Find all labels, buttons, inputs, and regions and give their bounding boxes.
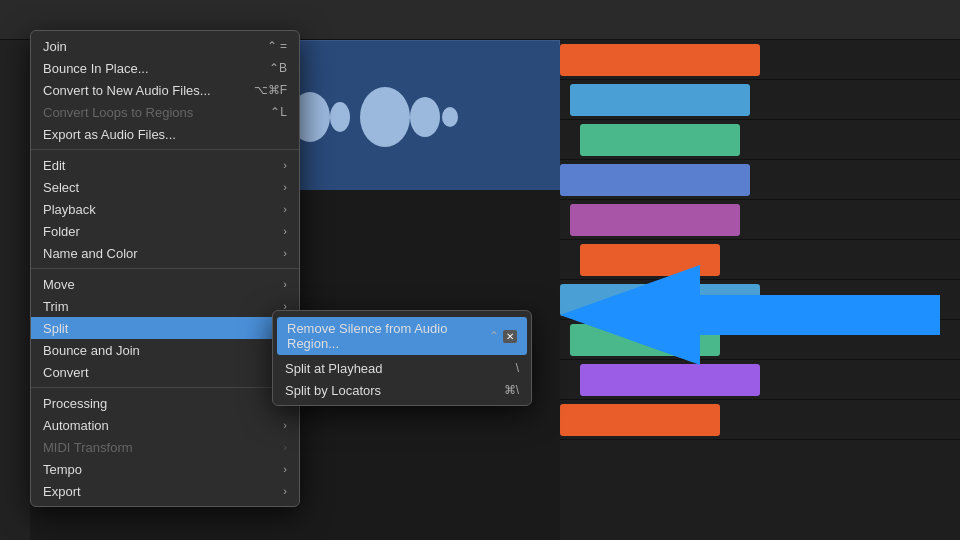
svg-point-6	[442, 107, 458, 127]
track-row	[560, 200, 960, 240]
menu-item-join[interactable]: Join ⌃ =	[31, 35, 299, 57]
menu-item-playback[interactable]: Playback ›	[31, 198, 299, 220]
menu-item-folder[interactable]: Folder ›	[31, 220, 299, 242]
track-row	[560, 160, 960, 200]
track-block[interactable]	[570, 204, 740, 236]
context-menu[interactable]: Join ⌃ = Bounce In Place... ⌃B Convert t…	[30, 30, 300, 507]
menu-item-convert-to-new[interactable]: Convert to New Audio Files... ⌥⌘F	[31, 79, 299, 101]
track-row	[560, 120, 960, 160]
separator-2	[31, 268, 299, 269]
blue-arrow	[560, 260, 940, 370]
menu-item-midi-transform: MIDI Transform ›	[31, 436, 299, 458]
track-row	[560, 40, 960, 80]
menu-item-name-and-color[interactable]: Name and Color ›	[31, 242, 299, 264]
svg-point-4	[360, 87, 410, 147]
menu-item-bounce-and-join[interactable]: Bounce and Join ›	[31, 339, 299, 361]
split-submenu[interactable]: Remove Silence from Audio Region... ⌃ ✕ …	[272, 310, 532, 406]
separator-1	[31, 149, 299, 150]
svg-point-3	[330, 102, 350, 132]
track-block[interactable]	[560, 44, 760, 76]
menu-item-export[interactable]: Export ›	[31, 480, 299, 502]
svg-point-5	[410, 97, 440, 137]
menu-item-move[interactable]: Move ›	[31, 273, 299, 295]
menu-item-automation[interactable]: Automation ›	[31, 414, 299, 436]
menu-item-trim[interactable]: Trim ›	[31, 295, 299, 317]
track-block[interactable]	[570, 84, 750, 116]
menu-item-export-audio[interactable]: Export as Audio Files...	[31, 123, 299, 145]
menu-item-convert[interactable]: Convert ›	[31, 361, 299, 383]
menu-item-bounce-in-place[interactable]: Bounce In Place... ⌃B	[31, 57, 299, 79]
submenu-remove-silence[interactable]: Remove Silence from Audio Region... ⌃ ✕	[277, 317, 527, 355]
menu-item-split[interactable]: Split ›	[31, 317, 299, 339]
separator-3	[31, 387, 299, 388]
track-block[interactable]	[560, 404, 720, 436]
svg-marker-14	[560, 265, 940, 365]
track-block[interactable]	[580, 124, 740, 156]
menu-item-convert-loops: Convert Loops to Regions ⌃L	[31, 101, 299, 123]
menu-item-edit[interactable]: Edit ›	[31, 154, 299, 176]
submenu-split-by-locators[interactable]: Split by Locators ⌘\	[273, 379, 531, 401]
menu-item-processing[interactable]: Processing ›	[31, 392, 299, 414]
track-row	[560, 80, 960, 120]
track-block[interactable]	[560, 164, 750, 196]
menu-item-tempo[interactable]: Tempo ›	[31, 458, 299, 480]
menu-item-select[interactable]: Select ›	[31, 176, 299, 198]
track-row	[560, 400, 960, 440]
submenu-split-at-playhead[interactable]: Split at Playhead \	[273, 357, 531, 379]
